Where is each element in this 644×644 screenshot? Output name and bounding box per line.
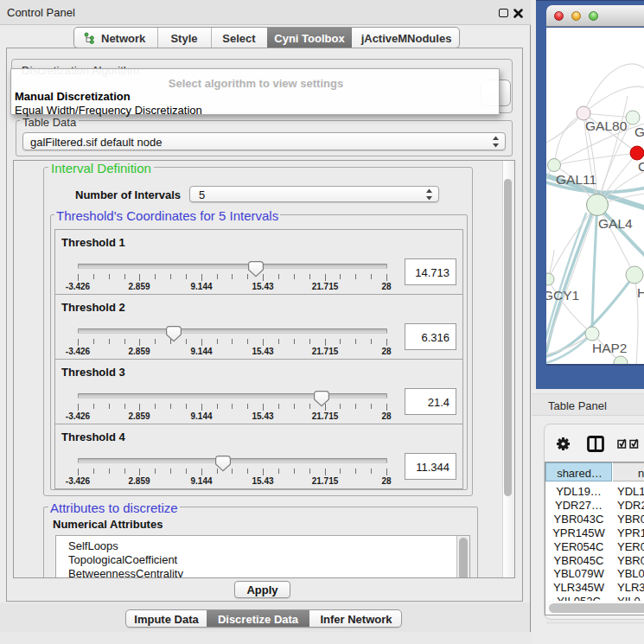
svg-text:GAL4: GAL4 (598, 216, 633, 231)
svg-text:GCY1: GCY1 (546, 288, 579, 303)
svg-text:GAL80: GAL80 (585, 118, 628, 133)
svg-text:HAP2: HAP2 (592, 341, 628, 355)
svg-text:C: C (638, 159, 644, 174)
svg-text:GA: GA (634, 124, 644, 139)
svg-text:GAL11: GAL11 (556, 172, 596, 187)
svg-text:H: H (637, 285, 644, 300)
